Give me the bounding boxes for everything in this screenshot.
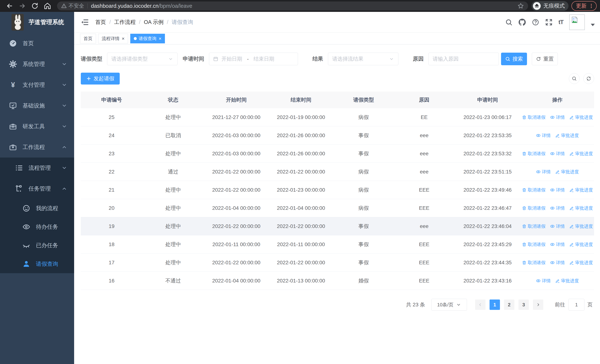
action-progress-link[interactable]: 审批进度 [569, 187, 593, 193]
forward-icon[interactable] [19, 2, 26, 10]
sidebar-main-items: 首页系统管理¥支付管理基础设施研发工具工作流程 [0, 33, 74, 158]
action-detail-link[interactable]: 详情 [536, 132, 551, 139]
page-button-3[interactable]: 3 [518, 299, 529, 310]
home-icon[interactable] [44, 2, 51, 10]
table-row: 19处理中2022-01-22 00:00:002022-01-22 00:00… [81, 217, 594, 235]
browser-menu-icon[interactable] [589, 3, 594, 9]
action-progress-link[interactable]: 审批进度 [569, 205, 593, 211]
cell-id: 19 [81, 223, 142, 229]
leave-type-select[interactable]: 请选择请假类型 [107, 53, 178, 65]
cell-reason: EEE [394, 260, 455, 266]
tab-请假查询[interactable]: 请假查询× [130, 34, 165, 43]
action-progress-link[interactable]: 审批进度 [569, 242, 593, 247]
trash-icon [522, 115, 528, 120]
action-progress-link[interactable]: 审批进度 [569, 223, 593, 229]
action-detail-link[interactable]: 详情 [550, 114, 565, 120]
action-cancel-link[interactable]: 取消请假 [522, 187, 545, 193]
sidebar-item-研发工具[interactable]: 研发工具 [0, 116, 74, 137]
sidebar-item-任务管理[interactable]: 任务管理 [0, 178, 74, 199]
action-cancel-link[interactable]: 取消请假 [522, 242, 545, 247]
briefcase-icon [9, 143, 17, 151]
action-progress-link[interactable]: 审批进度 [555, 278, 579, 284]
github-icon[interactable] [518, 19, 526, 26]
sidebar-item-流程管理[interactable]: 流程管理 [0, 158, 74, 178]
action-progress-link[interactable]: 审批进度 [555, 132, 579, 139]
next-page-button[interactable] [533, 299, 543, 310]
close-icon[interactable]: × [159, 36, 161, 41]
sidebar-item-首页[interactable]: 首页 [0, 33, 74, 54]
page-button-1[interactable]: 1 [489, 299, 500, 310]
breadcrumb-item[interactable]: OA 示例 [144, 19, 163, 26]
cell-start-time: 2022-01-22 00:00:00 [204, 187, 269, 193]
page-size-select[interactable]: 10条/页 [431, 299, 467, 311]
font-size-icon[interactable]: tT [559, 19, 563, 26]
security-chip[interactable]: 不安全 [61, 2, 84, 9]
bookmark-star-icon[interactable] [517, 3, 524, 9]
action-detail-link[interactable]: 详情 [550, 205, 565, 211]
reason-input[interactable] [428, 53, 499, 65]
tab-首页[interactable]: 首页 [80, 34, 96, 43]
prev-page-button[interactable] [475, 299, 486, 310]
action-progress-link[interactable]: 审批进度 [569, 114, 593, 120]
action-detail-link[interactable]: 详情 [550, 242, 565, 247]
cell-status: 不通过 [142, 277, 204, 284]
sidebar-item-基础设施[interactable]: 基础设施 [0, 95, 74, 116]
action-progress-link[interactable]: 审批进度 [555, 169, 579, 175]
action-progress-link[interactable]: 审批进度 [569, 260, 593, 266]
back-icon[interactable] [6, 2, 13, 10]
url-bar[interactable]: 不安全 dashboard.yudao.iocoder.cn/bpm/oa/le… [57, 1, 528, 10]
sidebar-collapse-icon[interactable] [81, 18, 89, 26]
close-icon[interactable]: × [122, 36, 124, 41]
cell-leave-type: 事假 [333, 241, 394, 248]
action-detail-link[interactable]: 详情 [550, 260, 565, 266]
sidebar-item-工作流程[interactable]: 工作流程 [0, 137, 74, 158]
action-cancel-link[interactable]: 取消请假 [522, 205, 545, 211]
fullscreen-icon[interactable] [545, 19, 553, 26]
action-detail-link[interactable]: 详情 [536, 278, 551, 284]
monitor-icon [9, 102, 17, 110]
action-progress-link[interactable]: 审批进度 [569, 151, 593, 157]
sidebar-item-待办任务[interactable]: 待办任务 [0, 218, 74, 236]
cell-start-time: 2022-01-22 00:00:00 [204, 260, 269, 266]
cell-reason: EE [394, 114, 455, 120]
sidebar-item-支付管理[interactable]: ¥支付管理 [0, 75, 74, 95]
action-cancel-link[interactable]: 取消请假 [522, 114, 545, 120]
reload-icon[interactable] [31, 2, 38, 10]
sidebar-item-我的流程[interactable]: 我的流程 [0, 199, 74, 218]
action-detail-link[interactable]: 详情 [550, 187, 565, 193]
sidebar-item-label: 基础设施 [23, 102, 45, 110]
action-detail-link[interactable]: 详情 [550, 223, 565, 229]
search-icon[interactable] [505, 19, 513, 26]
action-detail-link[interactable]: 详情 [536, 169, 551, 175]
cell-leave-type: 事假 [333, 132, 394, 139]
breadcrumb-item[interactable]: 首页 [95, 19, 106, 26]
page-button-2[interactable]: 2 [504, 299, 514, 310]
sidebar-item-系统管理[interactable]: 系统管理 [0, 54, 74, 75]
reset-button[interactable]: 重置 [532, 53, 558, 65]
toggle-search-button[interactable] [569, 73, 580, 84]
search-button[interactable]: 搜索 [501, 53, 527, 65]
sidebar-item-请假查询[interactable]: 请假查询 [0, 255, 74, 273]
tab-流程详情[interactable]: 流程详情× [98, 34, 128, 43]
help-icon[interactable] [532, 19, 539, 26]
cell-actions: 取消请假详情审批进度 [521, 205, 594, 211]
apply-time-range[interactable]: 开始日期 - 结束日期 [209, 53, 298, 65]
sidebar-item-label: 研发工具 [23, 123, 45, 130]
action-cancel-link[interactable]: 取消请假 [522, 151, 545, 157]
cell-id: 16 [81, 278, 142, 284]
action-cancel-link[interactable]: 取消请假 [522, 260, 545, 266]
refresh-table-button[interactable] [583, 73, 594, 84]
sidebar-item-已办任务[interactable]: 已办任务 [0, 236, 74, 255]
avatar-caret-icon[interactable] [591, 24, 595, 26]
goto-page-input[interactable] [569, 299, 584, 311]
cell-id: 21 [81, 187, 142, 193]
action-detail-link[interactable]: 详情 [550, 151, 565, 157]
action-cancel-link[interactable]: 取消请假 [522, 223, 545, 229]
result-select[interactable]: 请选择流结果 [328, 53, 398, 65]
toolbox-icon [9, 122, 17, 131]
update-button[interactable]: 更新 [572, 1, 597, 11]
avatar[interactable] [569, 14, 585, 30]
cell-actions: 取消请假详情审批进度 [521, 242, 594, 247]
create-leave-button[interactable]: 发起请假 [81, 73, 120, 84]
breadcrumb-item[interactable]: 工作流程 [114, 19, 136, 26]
